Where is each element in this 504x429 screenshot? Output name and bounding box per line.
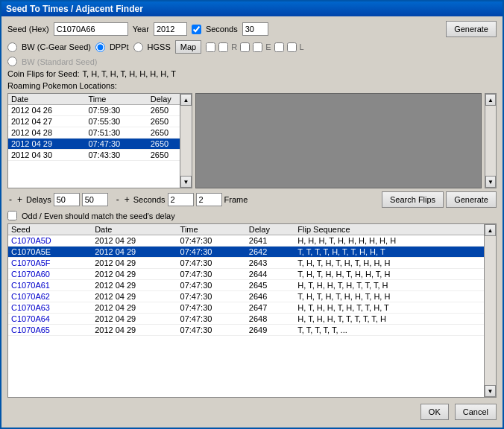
l-label: L (300, 42, 304, 51)
bottom-scroll-track (485, 236, 496, 385)
top-table: Date Time Delay 2012 04 2607:59:30265020… (8, 94, 192, 161)
checkbox-blank1[interactable] (206, 42, 215, 52)
top-scrollbar[interactable]: ▲ ▼ (180, 94, 192, 188)
delays-label: Delays (26, 195, 51, 204)
year-label: Year (133, 25, 149, 34)
bw-standard-label: BW (Standard Seed) (22, 57, 98, 66)
radio-hgss[interactable] (133, 42, 143, 52)
year-input[interactable] (154, 22, 187, 36)
seconds-plus[interactable]: + (123, 194, 131, 205)
scroll-track (180, 106, 192, 176)
r-label: R (231, 42, 237, 51)
table-row[interactable]: C1070A632012 04 2907:47:302647H, T, H, H… (8, 302, 484, 314)
seconds-checkbox[interactable] (192, 25, 201, 34)
table-row[interactable]: 2012 04 2907:47:302650 (8, 139, 192, 150)
search-flips-button[interactable]: Search Flips (382, 191, 444, 208)
bottom-table: Seed Date Time Delay Flip Sequence C1070… (8, 224, 484, 336)
hgss-label: HGSS (148, 42, 171, 51)
delays-plus1[interactable]: + (16, 194, 24, 205)
coin-flips-label: Coin Flips for Seed: (7, 69, 80, 78)
odd-even-checkbox[interactable] (7, 211, 17, 220)
odd-even-label: Odd / Even should match the seed's delay (22, 212, 175, 220)
scroll-down-arrow[interactable]: ▼ (180, 176, 192, 188)
table-row[interactable]: C1070A612012 04 2907:47:302645H, T, H, H… (8, 280, 484, 291)
generate-button2[interactable]: Generate (446, 191, 497, 208)
bottom-col-date: Date (92, 224, 177, 235)
checkbox-l[interactable] (287, 42, 297, 52)
seconds-label: Seconds (206, 25, 238, 34)
delay-input2[interactable] (82, 193, 108, 206)
delays-minus1[interactable]: - (7, 194, 13, 205)
frame-label: Frame (224, 195, 248, 204)
table-row[interactable]: C1070A5E2012 04 2907:47:302642T, T, T, T… (8, 247, 484, 258)
title-bar: Seed To Times / Adjacent Finder (1, 1, 503, 16)
seconds-val2[interactable] (196, 193, 222, 206)
gray-scroll-up[interactable]: ▲ (485, 94, 496, 106)
table-row[interactable]: 2012 04 2607:59:302650 (8, 105, 192, 116)
bottom-col-flips: Flip Sequence (294, 224, 484, 235)
bottom-col-seed: Seed (8, 224, 92, 235)
gray-scroll-down[interactable]: ▼ (485, 176, 496, 188)
checkbox-e[interactable] (253, 42, 262, 52)
radio-bw-standard[interactable] (7, 57, 17, 66)
checkbox-r[interactable] (218, 42, 228, 52)
bw-cgear-label: BW (C-Gear Seed) (22, 42, 91, 51)
table-row[interactable]: 2012 04 3007:43:302650 (8, 150, 192, 161)
radio-bw-cgear[interactable] (7, 42, 17, 52)
table-row[interactable]: C1070A622012 04 2907:47:302646T, H, T, H… (8, 291, 484, 302)
table-row[interactable]: C1070A642012 04 2907:47:302648H, T, H, H… (8, 314, 484, 325)
seed-input[interactable] (54, 22, 128, 36)
scroll-up-arrow[interactable]: ▲ (180, 94, 192, 106)
cancel-button[interactable]: Cancel (455, 404, 497, 420)
bottom-scroll-down[interactable]: ▼ (485, 385, 496, 397)
delay-input1[interactable] (54, 193, 80, 206)
seconds-input[interactable] (242, 22, 268, 36)
generate-button[interactable]: Generate (446, 21, 497, 37)
checkbox-blank2[interactable] (240, 42, 250, 52)
seed-label: Seed (Hex) (7, 25, 49, 34)
top-col-time: Time (85, 94, 147, 105)
top-col-date: Date (8, 94, 85, 105)
seconds-label2: Seconds (133, 195, 166, 204)
coin-flips-value: T, H, T, H, T, H, H, H, H, T (83, 69, 176, 78)
table-row[interactable]: C1070A5D2012 04 2907:47:302641H, H, H, T… (8, 235, 484, 247)
table-row[interactable]: C1070A5F2012 04 2907:47:302643T, H, T, H… (8, 258, 484, 269)
gray-panel (195, 93, 482, 188)
radio-dppt[interactable] (95, 42, 105, 52)
table-row[interactable]: 2012 04 2807:51:302650 (8, 127, 192, 139)
main-window: Seed To Times / Adjacent Finder Seed (He… (0, 0, 504, 429)
gray-scroll-track (485, 106, 496, 176)
roaming-label: Roaming Pokemon Locations: (7, 81, 117, 90)
bottom-scroll-up[interactable]: ▲ (485, 224, 496, 236)
seconds-val1[interactable] (168, 193, 194, 206)
checkbox-blank3[interactable] (274, 42, 284, 52)
map-button[interactable]: Map (175, 40, 201, 54)
seconds-minus[interactable]: - (115, 194, 121, 205)
bottom-col-delay: Delay (246, 224, 295, 235)
table-row[interactable]: C1070A652012 04 2907:47:302649T, T, T, T… (8, 325, 484, 336)
bottom-col-time: Time (177, 224, 246, 235)
table-row[interactable]: 2012 04 2707:55:302650 (8, 116, 192, 127)
dppt-label: DPPt (110, 42, 129, 51)
ok-button[interactable]: OK (420, 404, 449, 420)
window-title: Seed To Times / Adjacent Finder (6, 4, 143, 14)
e-label: E (265, 42, 271, 51)
bottom-scrollbar[interactable]: ▲ ▼ (484, 224, 496, 397)
table-row[interactable]: C1070A602012 04 2907:47:302644T, H, T, H… (8, 269, 484, 280)
